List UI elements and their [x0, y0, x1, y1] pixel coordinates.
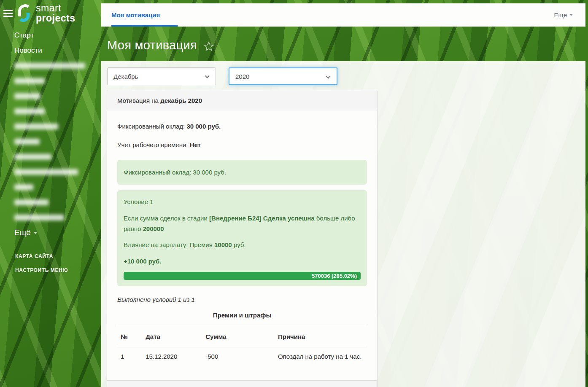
condition-rule: Если сумма сделок в стадии [Внедрение Б2…: [124, 213, 361, 234]
navbar-more-button[interactable]: Еще: [554, 3, 573, 27]
table-header-cell: Дата: [142, 326, 202, 347]
sidebar-item-blurred[interactable]: [14, 73, 94, 89]
bonuses-table-title: Премии и штрафы: [117, 312, 367, 319]
sidebar-item-blurred[interactable]: [14, 195, 94, 210]
sidebar-item-blurred[interactable]: [14, 119, 94, 134]
sidebar-item-blurred[interactable]: [14, 134, 94, 149]
condition-alert: Условие 1 Если сумма сделок в стадии [Вн…: [117, 190, 367, 286]
time-tracking-line: Учет рабочего времени: Нет: [117, 141, 367, 148]
sidebar-item-blurred[interactable]: [14, 210, 94, 225]
table-cell: 1: [117, 347, 142, 380]
table-header-cell: Сумма: [202, 326, 275, 347]
logo-text: smart projects: [36, 3, 75, 23]
table-row: 115.12.2020-500Опоздал на работу на 1 ча…: [117, 347, 367, 380]
main-content: Декабрь 2020 Мотивация на декабрь 2020 Ф…: [101, 61, 585, 387]
panel-body: Фиксированный оклад: 30 000 руб. Учет ра…: [107, 111, 377, 380]
logo[interactable]: smart projects: [15, 3, 75, 23]
bonuses-table: №ДатаСуммаПричина 115.12.2020-500Опоздал…: [117, 326, 367, 380]
condition-bonus: +10 000 руб.: [124, 256, 361, 267]
sidebar-blurred-items: [14, 58, 94, 225]
top-navbar: Моя мотивация Еще: [101, 3, 585, 27]
sidebar-item-news[interactable]: Новости: [14, 43, 94, 58]
chevron-down-icon: [569, 14, 573, 16]
logo-swirl-icon: [15, 3, 33, 23]
table-header-cell: №: [117, 326, 142, 347]
sidebar-item-blurred[interactable]: [14, 58, 94, 73]
sidebar-item-start[interactable]: Старт: [14, 28, 94, 43]
table-cell: -500: [202, 347, 275, 380]
page-title: Моя мотивация: [107, 38, 214, 52]
chevron-down-icon: [205, 73, 209, 78]
table-header-cell: Причина: [275, 326, 367, 347]
sidebar-footer: КАРТА САЙТА НАСТРОИТЬ МЕНЮ: [15, 250, 68, 277]
progress-bar: 570036 (285.02%): [124, 272, 361, 280]
sidebar-item-blurred[interactable]: [14, 180, 94, 195]
sidebar-item-blurred[interactable]: [14, 89, 94, 104]
condition-title: Условие 1: [124, 197, 361, 207]
sitemap-link[interactable]: КАРТА САЙТА: [15, 250, 68, 263]
month-select[interactable]: Декабрь: [107, 67, 216, 85]
app-window: smart projects Старт Новости Ещё КАРТА С…: [0, 0, 588, 387]
sidebar-item-blurred[interactable]: [14, 164, 94, 180]
sidebar: smart projects Старт Новости Ещё КАРТА С…: [0, 0, 101, 387]
table-header-row: №ДатаСуммаПричина: [117, 326, 367, 347]
sidebar-menu: Старт Новости Ещё: [14, 28, 94, 240]
year-select[interactable]: 2020: [229, 67, 337, 85]
table-cell: 15.12.2020: [142, 347, 202, 380]
condition-influence: Влияние на зарплату: Премия 10000 руб.: [124, 240, 361, 250]
fixed-salary-line: Фиксированный оклад: 30 000 руб.: [117, 123, 367, 130]
table-cell: Опоздал на работу на 1 час.: [275, 347, 367, 380]
tab-my-motivation[interactable]: Моя мотивация: [111, 3, 178, 27]
sidebar-item-blurred[interactable]: [14, 104, 94, 119]
chevron-down-icon: [34, 232, 37, 234]
filters-row: Декабрь 2020: [107, 67, 585, 85]
panel-footer: ИТОГО: 39 500 руб. Печать: [107, 380, 377, 387]
progress-fill: 570036 (285.02%): [124, 272, 361, 280]
chevron-down-icon: [326, 74, 330, 78]
hamburger-menu-icon[interactable]: [3, 10, 13, 17]
motivation-panel: Мотивация на декабрь 2020 Фиксированный …: [107, 90, 378, 387]
sidebar-item-blurred[interactable]: [14, 149, 94, 164]
favorite-star-icon[interactable]: [203, 41, 214, 52]
panel-header: Мотивация на декабрь 2020: [107, 90, 377, 111]
sidebar-more-button[interactable]: Ещё: [14, 225, 94, 240]
fixed-salary-alert: Фиксированный оклад: 30 000 руб.: [117, 160, 367, 185]
fulfilled-conditions-text: Выполнено условий 1 из 1: [117, 296, 367, 303]
configure-menu-link[interactable]: НАСТРОИТЬ МЕНЮ: [15, 263, 68, 277]
title-band: Моя мотивация: [101, 27, 585, 61]
